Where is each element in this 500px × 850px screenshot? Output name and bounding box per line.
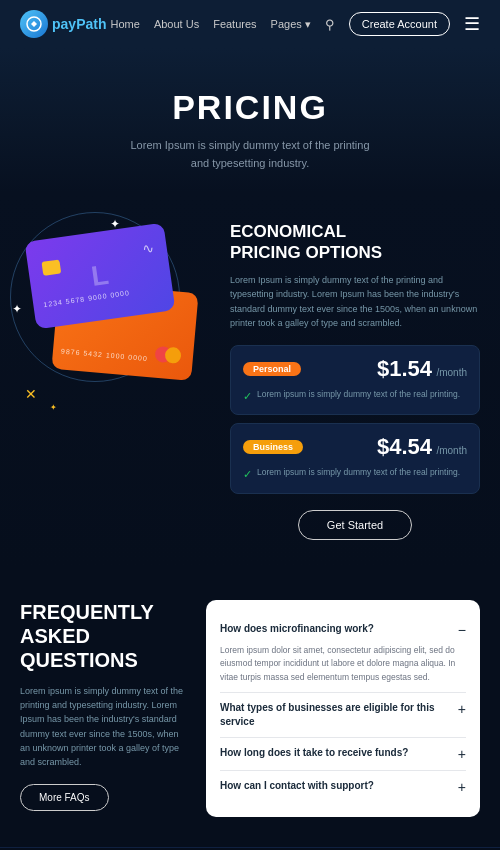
faq-question-text-3: How can I contact with support? — [220, 779, 374, 793]
faq-accordion: How does microfinancing work? − Lorem ip… — [206, 600, 480, 818]
pricing-section: L ∿ 1234 5678 9000 0000 9876 5432 1000 0… — [0, 192, 500, 569]
pricing-title: ECONOMICAL PRICING OPTIONS — [230, 222, 480, 263]
faq-expand-icon-3: + — [458, 779, 466, 795]
business-badge: Business — [243, 440, 303, 454]
nav-links: Home About Us Features Pages ▾ ⚲ Create … — [111, 12, 480, 36]
faq-question-text-1: What types of businesses are eligible fo… — [220, 701, 450, 729]
personal-plan-card: Personal $1.54 /month ✓ Lorem ipsum is s… — [230, 345, 480, 416]
faq-item-1: What types of businesses are eligible fo… — [220, 693, 466, 738]
pricing-description: Lorem Ipsum is simply dummy text of the … — [230, 273, 480, 331]
nav-features[interactable]: Features — [213, 18, 256, 30]
create-account-button[interactable]: Create Account — [349, 12, 450, 36]
star-decoration-2: ✦ — [12, 302, 22, 316]
faq-description: Lorem ipsum is simply dummy text of the … — [20, 684, 190, 770]
hero-section: PRICING Lorem Ipsum is simply dummy text… — [0, 48, 500, 192]
card-number-purple: 1234 5678 9000 0000 — [43, 289, 130, 308]
mastercard-logo — [154, 346, 182, 368]
card-logo: L — [89, 259, 110, 293]
faq-title: FREQUENTLY ASKED QUESTIONS — [20, 600, 190, 672]
logo-text: payPath — [52, 16, 106, 32]
card-visual: L ∿ 1234 5678 9000 0000 9876 5432 1000 0… — [20, 222, 210, 422]
pricing-content: ECONOMICAL PRICING OPTIONS Lorem Ipsum i… — [230, 222, 480, 539]
logo-icon — [20, 10, 48, 38]
personal-plan-header: Personal $1.54 /month — [243, 356, 467, 382]
faq-collapse-icon-0: − — [458, 622, 466, 638]
faq-question-text-0: How does microfinancing work? — [220, 622, 374, 636]
hamburger-icon[interactable]: ☰ — [464, 13, 480, 35]
nav-home[interactable]: Home — [111, 18, 140, 30]
faq-expand-icon-2: + — [458, 746, 466, 762]
card-chip — [41, 260, 61, 276]
check-icon-business: ✓ — [243, 466, 252, 483]
faq-question-0[interactable]: How does microfinancing work? − — [220, 622, 466, 638]
x-decoration: ✕ — [25, 386, 37, 402]
faq-answer-0: Lorem ipsum dolor sit amet, consectetur … — [220, 644, 466, 685]
business-price: $4.54 /month — [377, 434, 467, 460]
personal-desc: ✓ Lorem ipsum is simply dummy text of th… — [243, 388, 467, 405]
faq-question-text-2: How long does it take to receive funds? — [220, 746, 408, 760]
nav-pages-dropdown[interactable]: Pages ▾ — [271, 18, 311, 31]
wifi-icon: ∿ — [142, 239, 156, 257]
check-icon-personal: ✓ — [243, 388, 252, 405]
business-desc: ✓ Lorem ipsum is simply dummy text of th… — [243, 466, 467, 483]
faq-expand-icon-1: + — [458, 701, 466, 717]
faq-left-panel: FREQUENTLY ASKED QUESTIONS Lorem ipsum i… — [20, 600, 190, 818]
faq-question-3[interactable]: How can I contact with support? + — [220, 779, 466, 795]
personal-badge: Personal — [243, 362, 301, 376]
search-icon[interactable]: ⚲ — [325, 17, 335, 32]
business-plan-header: Business $4.54 /month — [243, 434, 467, 460]
nav-about[interactable]: About Us — [154, 18, 199, 30]
star-decoration-3: ✦ — [50, 403, 57, 412]
faq-section: FREQUENTLY ASKED QUESTIONS Lorem ipsum i… — [0, 570, 500, 848]
faq-item-3: How can I contact with support? + — [220, 771, 466, 803]
card-number-orange: 9876 5432 1000 0000 — [61, 348, 148, 363]
get-started-button[interactable]: Get Started — [298, 510, 412, 540]
hero-title: PRICING — [20, 88, 480, 127]
hero-description: Lorem Ipsum is simply dummy text of the … — [120, 137, 380, 172]
personal-price: $1.54 /month — [377, 356, 467, 382]
faq-item-0: How does microfinancing work? − Lorem ip… — [220, 614, 466, 694]
navbar: payPath Home About Us Features Pages ▾ ⚲… — [0, 0, 500, 48]
faq-item-2: How long does it take to receive funds? … — [220, 738, 466, 771]
more-faqs-button[interactable]: More FAQs — [20, 784, 109, 811]
logo[interactable]: payPath — [20, 10, 106, 38]
business-plan-card: Business $4.54 /month ✓ Lorem ipsum is s… — [230, 423, 480, 494]
faq-question-2[interactable]: How long does it take to receive funds? … — [220, 746, 466, 762]
faq-question-1[interactable]: What types of businesses are eligible fo… — [220, 701, 466, 729]
